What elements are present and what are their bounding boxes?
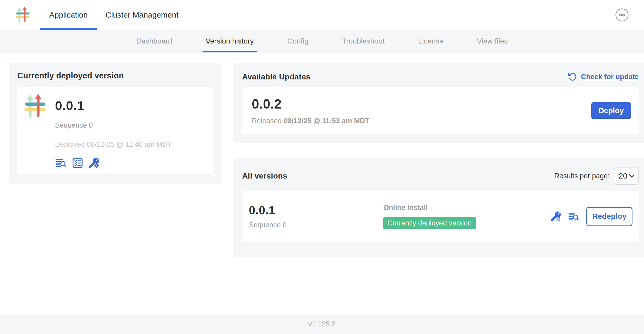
available-updates-title: Available Updates <box>242 72 310 81</box>
subnav-tab-version-history[interactable]: Version history <box>203 30 257 52</box>
update-version-number: 0.0.2 <box>252 96 369 112</box>
subnav-tab-dashboard[interactable]: Dashboard <box>133 30 175 52</box>
redeploy-button[interactable]: Redeploy <box>586 207 632 226</box>
app-footer: v1.125.2 <box>0 314 644 334</box>
config-icon[interactable] <box>88 157 100 169</box>
app-logo-icon <box>25 94 48 119</box>
all-versions-title: All versions <box>242 171 287 180</box>
app-header: Application Cluster Management <box>0 0 644 30</box>
app-logo-icon <box>16 7 31 23</box>
currently-deployed-card: Currently deployed version 0.0.1 Sequenc… <box>9 63 222 184</box>
console-version: v1.125.2 <box>308 320 336 328</box>
tab-cluster-management[interactable]: Cluster Management <box>97 0 187 30</box>
deploy-logs-icon[interactable] <box>568 211 580 222</box>
released-timestamp: 08/12/25 @ 11:53 am MDT <box>284 117 369 125</box>
deployed-version-actions <box>55 157 172 169</box>
results-per-page: Results per page: 20 <box>554 167 639 185</box>
subnav-tab-license[interactable]: License <box>415 30 447 52</box>
currently-deployed-title: Currently deployed version <box>17 71 214 80</box>
check-for-update-link[interactable]: Check for update <box>568 72 639 82</box>
deploy-button[interactable]: Deploy <box>591 102 631 119</box>
app-subnav: Dashboard Version history Config Trouble… <box>0 30 644 52</box>
results-per-page-select[interactable]: 20 <box>614 167 639 185</box>
config-icon[interactable] <box>550 211 561 222</box>
deployed-timestamp: Deployed 08/12/25 @ 11:40 am MDT <box>55 141 172 149</box>
subnav-tab-config[interactable]: Config <box>284 30 312 52</box>
deployed-sequence: Sequence 0 <box>55 121 172 130</box>
row-actions: Redeploy <box>550 207 632 226</box>
right-column: Available Updates Check for update 0.0.2… <box>233 63 644 257</box>
tab-application[interactable]: Application <box>40 0 97 30</box>
version-row: 0.0.1 Sequence 0 Online Install Currentl… <box>242 191 639 242</box>
subnav-tab-view-files[interactable]: View files <box>474 30 511 52</box>
deployed-version-number: 0.0.1 <box>55 98 172 113</box>
header-nav: Application Cluster Management <box>40 0 187 30</box>
results-per-page-label: Results per page: <box>554 172 610 180</box>
check-for-update-label: Check for update <box>581 73 639 81</box>
row-version-number: 0.0.1 <box>249 204 383 217</box>
deploy-logs-icon[interactable] <box>55 157 67 169</box>
deployed-version-panel: 0.0.1 Sequence 0 Deployed 08/12/25 @ 11:… <box>17 87 214 174</box>
ellipsis-icon <box>615 8 629 22</box>
overflow-menu-button[interactable] <box>615 8 629 22</box>
available-update-row: 0.0.2 Released08/12/25 @ 11:53 am MDT De… <box>242 87 639 134</box>
results-per-page-value: 20 <box>619 171 627 180</box>
all-versions-card: All versions Results per page: 20 0.0.1 … <box>233 158 644 257</box>
released-prefix: Released <box>252 117 282 125</box>
currently-deployed-badge: Currently deployed version <box>383 217 476 229</box>
row-sequence: Sequence 0 <box>249 221 383 229</box>
update-released-line: Released08/12/25 @ 11:53 am MDT <box>252 117 369 125</box>
available-updates-card: Available Updates Check for update 0.0.2… <box>233 63 644 143</box>
preflight-checks-icon[interactable] <box>72 157 84 169</box>
chevron-down-icon <box>629 174 635 178</box>
version-history-page: Currently deployed version 0.0.1 Sequenc… <box>0 52 644 314</box>
subnav-tab-troubleshoot[interactable]: Troubleshoot <box>339 30 388 52</box>
refresh-icon <box>568 72 577 82</box>
install-type: Online Install <box>383 204 550 212</box>
